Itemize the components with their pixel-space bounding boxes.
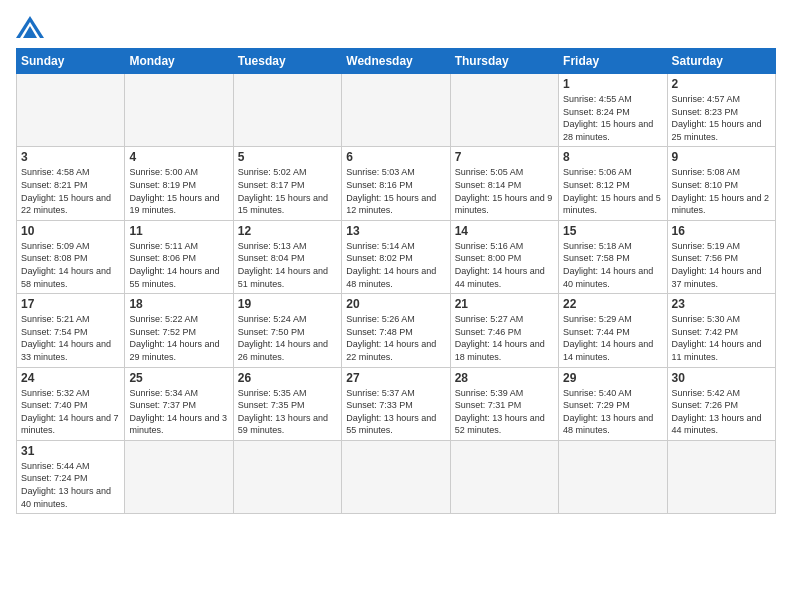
calendar-cell: 10Sunrise: 5:09 AM Sunset: 8:08 PM Dayli… (17, 220, 125, 293)
day-info: Sunrise: 4:55 AM Sunset: 8:24 PM Dayligh… (563, 93, 662, 143)
calendar-cell: 4Sunrise: 5:00 AM Sunset: 8:19 PM Daylig… (125, 147, 233, 220)
day-info: Sunrise: 5:16 AM Sunset: 8:00 PM Dayligh… (455, 240, 554, 290)
calendar-table: SundayMondayTuesdayWednesdayThursdayFrid… (16, 48, 776, 514)
day-number: 24 (21, 371, 120, 385)
calendar-cell (559, 440, 667, 513)
calendar-cell: 7Sunrise: 5:05 AM Sunset: 8:14 PM Daylig… (450, 147, 558, 220)
calendar-cell (233, 440, 341, 513)
day-number: 9 (672, 150, 771, 164)
calendar-cell (342, 440, 450, 513)
day-number: 14 (455, 224, 554, 238)
calendar-cell: 13Sunrise: 5:14 AM Sunset: 8:02 PM Dayli… (342, 220, 450, 293)
day-info: Sunrise: 5:11 AM Sunset: 8:06 PM Dayligh… (129, 240, 228, 290)
day-number: 8 (563, 150, 662, 164)
day-number: 12 (238, 224, 337, 238)
day-info: Sunrise: 5:06 AM Sunset: 8:12 PM Dayligh… (563, 166, 662, 216)
calendar-cell: 27Sunrise: 5:37 AM Sunset: 7:33 PM Dayli… (342, 367, 450, 440)
day-number: 13 (346, 224, 445, 238)
calendar-cell: 9Sunrise: 5:08 AM Sunset: 8:10 PM Daylig… (667, 147, 775, 220)
day-number: 6 (346, 150, 445, 164)
day-info: Sunrise: 4:58 AM Sunset: 8:21 PM Dayligh… (21, 166, 120, 216)
days-of-week-row: SundayMondayTuesdayWednesdayThursdayFrid… (17, 49, 776, 74)
day-number: 5 (238, 150, 337, 164)
day-number: 3 (21, 150, 120, 164)
calendar-cell (125, 74, 233, 147)
day-number: 2 (672, 77, 771, 91)
day-number: 27 (346, 371, 445, 385)
calendar-cell: 21Sunrise: 5:27 AM Sunset: 7:46 PM Dayli… (450, 294, 558, 367)
calendar-cell: 28Sunrise: 5:39 AM Sunset: 7:31 PM Dayli… (450, 367, 558, 440)
calendar-cell: 24Sunrise: 5:32 AM Sunset: 7:40 PM Dayli… (17, 367, 125, 440)
day-info: Sunrise: 5:02 AM Sunset: 8:17 PM Dayligh… (238, 166, 337, 216)
logo (16, 16, 48, 38)
day-number: 22 (563, 297, 662, 311)
day-info: Sunrise: 5:13 AM Sunset: 8:04 PM Dayligh… (238, 240, 337, 290)
day-info: Sunrise: 5:24 AM Sunset: 7:50 PM Dayligh… (238, 313, 337, 363)
calendar-cell (125, 440, 233, 513)
calendar-cell: 26Sunrise: 5:35 AM Sunset: 7:35 PM Dayli… (233, 367, 341, 440)
day-number: 31 (21, 444, 120, 458)
calendar-cell (667, 440, 775, 513)
day-number: 21 (455, 297, 554, 311)
col-header-thursday: Thursday (450, 49, 558, 74)
calendar-cell: 16Sunrise: 5:19 AM Sunset: 7:56 PM Dayli… (667, 220, 775, 293)
calendar-cell: 23Sunrise: 5:30 AM Sunset: 7:42 PM Dayli… (667, 294, 775, 367)
calendar-week-0: 1Sunrise: 4:55 AM Sunset: 8:24 PM Daylig… (17, 74, 776, 147)
col-header-wednesday: Wednesday (342, 49, 450, 74)
day-info: Sunrise: 5:00 AM Sunset: 8:19 PM Dayligh… (129, 166, 228, 216)
calendar-cell (342, 74, 450, 147)
day-number: 16 (672, 224, 771, 238)
col-header-saturday: Saturday (667, 49, 775, 74)
calendar-cell: 2Sunrise: 4:57 AM Sunset: 8:23 PM Daylig… (667, 74, 775, 147)
day-number: 10 (21, 224, 120, 238)
day-number: 23 (672, 297, 771, 311)
col-header-sunday: Sunday (17, 49, 125, 74)
calendar-week-4: 24Sunrise: 5:32 AM Sunset: 7:40 PM Dayli… (17, 367, 776, 440)
day-info: Sunrise: 5:05 AM Sunset: 8:14 PM Dayligh… (455, 166, 554, 216)
day-number: 19 (238, 297, 337, 311)
calendar-cell (450, 74, 558, 147)
day-info: Sunrise: 5:32 AM Sunset: 7:40 PM Dayligh… (21, 387, 120, 437)
day-number: 7 (455, 150, 554, 164)
header (16, 16, 776, 38)
calendar-cell: 1Sunrise: 4:55 AM Sunset: 8:24 PM Daylig… (559, 74, 667, 147)
day-number: 15 (563, 224, 662, 238)
calendar-week-3: 17Sunrise: 5:21 AM Sunset: 7:54 PM Dayli… (17, 294, 776, 367)
calendar-cell: 3Sunrise: 4:58 AM Sunset: 8:21 PM Daylig… (17, 147, 125, 220)
day-info: Sunrise: 5:18 AM Sunset: 7:58 PM Dayligh… (563, 240, 662, 290)
calendar-cell: 11Sunrise: 5:11 AM Sunset: 8:06 PM Dayli… (125, 220, 233, 293)
day-number: 25 (129, 371, 228, 385)
day-number: 29 (563, 371, 662, 385)
calendar-cell: 14Sunrise: 5:16 AM Sunset: 8:00 PM Dayli… (450, 220, 558, 293)
day-info: Sunrise: 5:09 AM Sunset: 8:08 PM Dayligh… (21, 240, 120, 290)
calendar-cell (17, 74, 125, 147)
page: SundayMondayTuesdayWednesdayThursdayFrid… (0, 0, 792, 612)
calendar-cell: 31Sunrise: 5:44 AM Sunset: 7:24 PM Dayli… (17, 440, 125, 513)
calendar-body: 1Sunrise: 4:55 AM Sunset: 8:24 PM Daylig… (17, 74, 776, 514)
calendar-cell: 22Sunrise: 5:29 AM Sunset: 7:44 PM Dayli… (559, 294, 667, 367)
calendar-cell: 17Sunrise: 5:21 AM Sunset: 7:54 PM Dayli… (17, 294, 125, 367)
calendar-cell: 6Sunrise: 5:03 AM Sunset: 8:16 PM Daylig… (342, 147, 450, 220)
logo-icon (16, 16, 44, 38)
day-info: Sunrise: 5:19 AM Sunset: 7:56 PM Dayligh… (672, 240, 771, 290)
day-info: Sunrise: 5:29 AM Sunset: 7:44 PM Dayligh… (563, 313, 662, 363)
day-number: 4 (129, 150, 228, 164)
calendar-cell: 25Sunrise: 5:34 AM Sunset: 7:37 PM Dayli… (125, 367, 233, 440)
day-number: 11 (129, 224, 228, 238)
calendar-header: SundayMondayTuesdayWednesdayThursdayFrid… (17, 49, 776, 74)
day-info: Sunrise: 5:44 AM Sunset: 7:24 PM Dayligh… (21, 460, 120, 510)
col-header-monday: Monday (125, 49, 233, 74)
col-header-tuesday: Tuesday (233, 49, 341, 74)
calendar-cell: 30Sunrise: 5:42 AM Sunset: 7:26 PM Dayli… (667, 367, 775, 440)
day-number: 20 (346, 297, 445, 311)
day-info: Sunrise: 5:37 AM Sunset: 7:33 PM Dayligh… (346, 387, 445, 437)
calendar-cell (450, 440, 558, 513)
day-info: Sunrise: 5:14 AM Sunset: 8:02 PM Dayligh… (346, 240, 445, 290)
day-info: Sunrise: 5:21 AM Sunset: 7:54 PM Dayligh… (21, 313, 120, 363)
day-number: 18 (129, 297, 228, 311)
calendar-week-2: 10Sunrise: 5:09 AM Sunset: 8:08 PM Dayli… (17, 220, 776, 293)
day-info: Sunrise: 5:08 AM Sunset: 8:10 PM Dayligh… (672, 166, 771, 216)
day-info: Sunrise: 5:27 AM Sunset: 7:46 PM Dayligh… (455, 313, 554, 363)
calendar-cell: 20Sunrise: 5:26 AM Sunset: 7:48 PM Dayli… (342, 294, 450, 367)
day-number: 30 (672, 371, 771, 385)
